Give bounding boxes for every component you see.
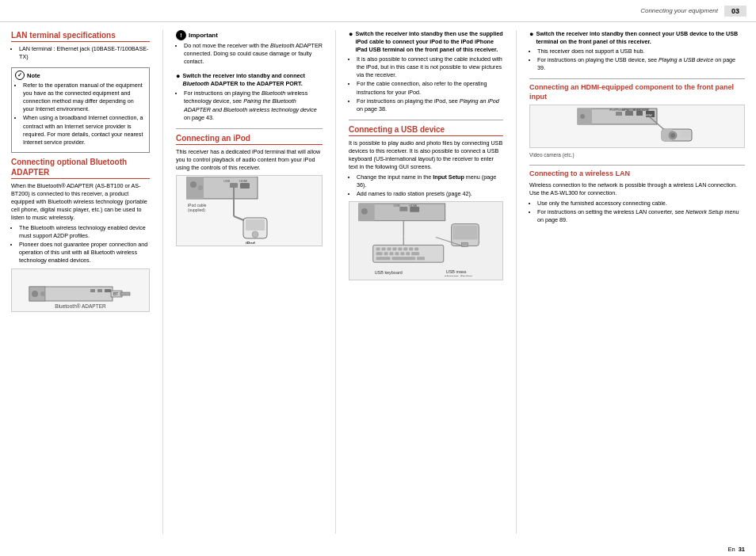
usb-connect-text: Switch the receiver into standby then co… xyxy=(536,30,745,46)
usb-list: Change the input name in the Input Setup… xyxy=(349,173,503,198)
column-3: ● Switch the receiver into standby then … xyxy=(349,30,503,534)
svg-rect-37 xyxy=(392,248,396,251)
svg-rect-42 xyxy=(376,253,383,256)
hdmi-camera-label: Video camera (etc.) xyxy=(529,151,745,158)
ipod-connect-item-3: For instructions on playing the iPod, se… xyxy=(357,97,503,113)
header: Connecting your equipment 03 xyxy=(0,0,756,22)
svg-rect-44 xyxy=(389,253,393,256)
note-list: Refer to the operation manual of the equ… xyxy=(15,82,146,147)
svg-rect-8 xyxy=(120,292,130,295)
bullet-dot-3: ● xyxy=(529,30,533,39)
bluetooth-list: The Bluetooth wireless technology enable… xyxy=(11,224,150,265)
svg-text:HDMI: HDMI xyxy=(239,179,247,183)
svg-point-13 xyxy=(198,185,203,190)
usb-connect-section: ● Switch the receiver into standby then … xyxy=(529,30,745,72)
important-section: ! Important Do not move the receiver wit… xyxy=(176,30,323,66)
switch-standby-item-1: For instructions on playing the Bluetoot… xyxy=(184,89,323,121)
svg-rect-34 xyxy=(376,248,380,251)
page-number: En 31 xyxy=(727,546,745,553)
svg-rect-47 xyxy=(406,253,410,256)
wireless-divider xyxy=(529,165,745,166)
ipod-connect-section: ● Switch the receiver into standby then … xyxy=(349,30,503,113)
bluetooth-title: Connecting optional Bluetooth ADAPTER xyxy=(11,157,150,179)
hdmi-receiver-svg: iPod/Phone/Pad AUTO SURR ACC ADVANCED HD… xyxy=(576,107,699,145)
svg-point-63 xyxy=(580,114,585,119)
svg-point-12 xyxy=(190,181,197,188)
wireless-lan-list: Use only the furnished accessory connect… xyxy=(529,200,745,224)
lan-specs-title: LAN terminal specifications xyxy=(11,30,150,42)
svg-text:HDMI: HDMI xyxy=(409,204,417,208)
svg-rect-35 xyxy=(382,248,386,251)
svg-rect-48 xyxy=(411,253,419,256)
svg-rect-41 xyxy=(414,248,418,251)
column-4: ● Switch the receiver into standby then … xyxy=(529,30,745,534)
hdmi-section: Connecting an HDMI-equipped component to… xyxy=(529,83,745,158)
important-list: Do not move the receiver with the Blueto… xyxy=(176,42,323,66)
bluetooth-adapter-label: Bluetooth® ADAPTER xyxy=(12,303,149,309)
wireless-lan-item-1: Use only the furnished accessory connect… xyxy=(537,200,745,208)
svg-text:USB keyboard: USB keyboard xyxy=(375,270,403,275)
note-title: ✓ Note xyxy=(15,70,146,80)
usb-section: Connecting a USB device It is possible t… xyxy=(349,124,503,281)
switch-standby-text: Switch the receiver into standby and con… xyxy=(182,72,323,88)
svg-rect-39 xyxy=(403,248,407,251)
note-item-2: When using a broadband Internet connecti… xyxy=(23,114,146,146)
svg-rect-21 xyxy=(246,219,265,230)
usb-item-2: Add names to radio station presets (page… xyxy=(357,190,503,198)
chapter-label: Connecting your equipment xyxy=(640,7,718,14)
usb-body: It is possible to play audio and photo f… xyxy=(349,139,503,171)
ipod-body: This receiver has a dedicated iPod termi… xyxy=(176,148,323,172)
ipod-connect-list: It is also possible to connect using the… xyxy=(349,55,503,113)
usb-svg: USB HDMI xyxy=(357,202,495,276)
ipod-connect-text: Switch the receiver into standby then us… xyxy=(355,30,503,54)
svg-point-2 xyxy=(32,291,38,297)
usb-connect-list: This receiver does not support a USB hub… xyxy=(529,48,745,72)
bluetooth-section: Connecting optional Bluetooth ADAPTER Wh… xyxy=(11,157,150,312)
bluetooth-item-1: The Bluetooth wireless technology enable… xyxy=(19,224,150,240)
usb-connect-item-2: For instructions on playing the USB devi… xyxy=(537,56,745,72)
column-2: ! Important Do not move the receiver wit… xyxy=(176,30,323,534)
footer: En 31 xyxy=(0,546,756,553)
note-icon: ✓ xyxy=(15,70,25,80)
lan-specs-item: LAN terminal : Ethernet jack (10BASE-T/1… xyxy=(19,45,150,61)
important-icon: ! xyxy=(176,30,186,40)
section-divider xyxy=(176,128,323,129)
svg-rect-5 xyxy=(97,289,102,292)
svg-text:iPod: iPod xyxy=(246,241,255,244)
usb-title: Connecting a USB device xyxy=(349,124,503,136)
bullet-dot-2: ● xyxy=(349,30,353,39)
ipod-connect-item-2: For the cable connection, also refer to … xyxy=(357,80,503,96)
svg-text:BT: BT xyxy=(113,291,118,296)
hdmi-receiver-diagram: iPod/Phone/Pad AUTO SURR ACC ADVANCED HD… xyxy=(529,105,745,148)
svg-text:storage device: storage device xyxy=(445,274,472,276)
usb-divider xyxy=(349,120,503,120)
switch-standby-section: ● Switch the receiver into standby and c… xyxy=(176,72,323,121)
wireless-lan-title: Connecting to a wireless LAN xyxy=(529,169,745,179)
svg-rect-51 xyxy=(417,257,425,261)
svg-rect-16 xyxy=(240,183,250,189)
usb-diagram: USB HDMI xyxy=(349,201,503,280)
usb-item-1: Change the input name in the Input Setup… xyxy=(357,173,503,189)
main-content: LAN terminal specifications LAN terminal… xyxy=(0,24,756,540)
wireless-lan-item-2: For instructions on setting the wireless… xyxy=(537,208,745,224)
lang-label: En xyxy=(727,546,735,553)
svg-text:HDMI: HDMI xyxy=(646,114,652,117)
svg-rect-64 xyxy=(616,112,622,116)
page-label: 31 xyxy=(739,546,745,553)
switch-standby-list: For instructions on playing the Bluetoot… xyxy=(176,89,323,121)
svg-rect-50 xyxy=(391,257,415,261)
bluetooth-body: When the Bluetooth® ADAPTER (AS-BT100 or… xyxy=(11,182,150,222)
ipod-connect-item-1: It is also possible to connect using the… xyxy=(357,55,503,79)
divider-2 xyxy=(335,30,336,534)
ipod-diagram: USB HDMI iPod iPod cable (supplied) xyxy=(176,175,323,246)
svg-text:USB: USB xyxy=(223,179,231,183)
divider-1 xyxy=(162,30,163,534)
svg-rect-49 xyxy=(376,257,391,261)
note-box: ✓ Note Refer to the operation manual of … xyxy=(11,67,150,153)
svg-rect-46 xyxy=(400,253,404,256)
usb-connect-item-1: This receiver does not support a USB hub… xyxy=(537,48,745,55)
note-item-1: Refer to the operation manual of the equ… xyxy=(23,82,146,113)
svg-rect-14 xyxy=(230,183,238,188)
svg-rect-31 xyxy=(410,207,419,212)
important-title: ! Important xyxy=(176,30,323,40)
